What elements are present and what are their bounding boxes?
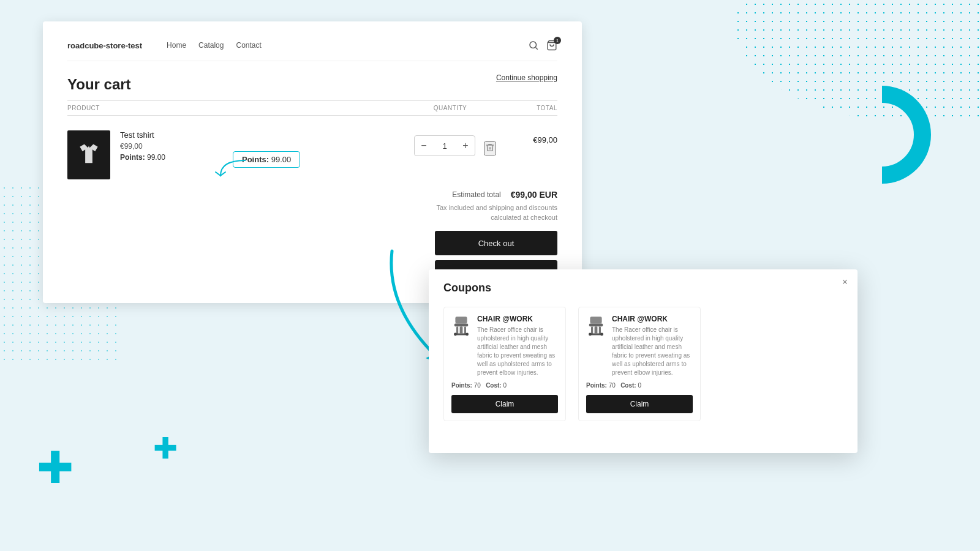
tooltip-value: 99.00 — [271, 155, 292, 164]
quantity-controls: − 1 + — [414, 135, 475, 156]
nav-contact[interactable]: Contact — [236, 41, 261, 50]
quantity-increase-button[interactable]: + — [456, 136, 475, 156]
svg-rect-5 — [454, 323, 468, 326]
nav-home[interactable]: Home — [167, 41, 186, 50]
continue-shopping-link[interactable]: Continue shopping — [496, 73, 557, 82]
coupon-points-value-2: 70 — [609, 382, 616, 389]
coupon-meta-1: Points: 70 Cost: 0 — [451, 382, 558, 389]
svg-point-10 — [454, 333, 457, 336]
coupon-cost-value-2: 0 — [638, 382, 641, 389]
nav-icons: 1 — [528, 40, 557, 51]
svg-rect-14 — [591, 326, 593, 334]
chair-icon-2 — [586, 315, 606, 339]
svg-rect-6 — [456, 326, 458, 334]
bg-dots-top-right — [674, 0, 980, 122]
col-total-header: TOTAL — [496, 105, 557, 111]
coupon-title-1: CHAIR @WORK — [477, 315, 558, 323]
coupon-card-2: CHAIR @WORK The Racer office chair is up… — [578, 307, 701, 421]
svg-rect-9 — [460, 326, 463, 334]
modal-close-button[interactable]: × — [842, 277, 848, 288]
svg-point-18 — [589, 333, 592, 336]
coupon-desc-1: The Racer office chair is upholstered in… — [477, 326, 558, 377]
quantity-value: 1 — [433, 141, 456, 151]
coupon-cost-label-1: Cost: — [486, 382, 502, 389]
tshirt-icon — [75, 141, 102, 168]
estimated-total-row: Estimated total €99,00 EUR — [410, 190, 557, 200]
product-name: Test tshirt — [120, 130, 377, 140]
claim-button-1[interactable]: Claim — [451, 395, 558, 413]
svg-rect-15 — [599, 326, 601, 334]
coupon-header-1: CHAIR @WORK The Racer office chair is up… — [451, 315, 558, 377]
coupon-info-2: CHAIR @WORK The Racer office chair is up… — [612, 315, 693, 377]
checkout-button[interactable]: Check out — [435, 231, 557, 255]
coupon-card-1: CHAIR @WORK The Racer office chair is up… — [443, 307, 566, 421]
points-arrow-svg — [214, 157, 251, 182]
nav-links: Home Catalog Contact — [167, 41, 528, 50]
chair-icon-1 — [451, 315, 471, 339]
delete-item-button[interactable] — [484, 141, 496, 156]
col-product-header: PRODUCT — [67, 105, 404, 111]
svg-rect-12 — [590, 317, 601, 323]
nav-bar: roadcube-store-test Home Catalog Contact… — [67, 40, 557, 61]
coupon-header-2: CHAIR @WORK The Racer office chair is up… — [586, 315, 693, 377]
coupons-grid: CHAIR @WORK The Racer office chair is up… — [443, 307, 843, 421]
svg-rect-17 — [595, 326, 598, 334]
coupon-points-value-1: 70 — [474, 382, 481, 389]
coupon-meta-2: Points: 70 Cost: 0 — [586, 382, 693, 389]
coupon-title-2: CHAIR @WORK — [612, 315, 693, 323]
coupon-cost-value-1: 0 — [503, 382, 507, 389]
cart-icon[interactable]: 1 — [546, 40, 557, 51]
svg-rect-7 — [464, 326, 466, 334]
svg-point-11 — [466, 333, 469, 336]
coupons-modal: × Coupons CHAIR @WORK The Racer office c… — [429, 269, 858, 453]
cart-badge: 1 — [554, 37, 561, 44]
points-label: Points: — [120, 153, 145, 162]
coupon-points-label-2: Points: — [586, 382, 607, 389]
svg-line-1 — [535, 47, 537, 49]
search-icon[interactable] — [528, 40, 539, 51]
svg-point-0 — [530, 42, 537, 48]
quantity-decrease-button[interactable]: − — [415, 136, 433, 156]
bg-cross-large: ✚ — [37, 446, 74, 490]
tax-note: Tax included and shipping and discounts … — [410, 203, 557, 222]
estimated-label: Estimated total — [452, 190, 500, 199]
product-price: €99,00 — [120, 142, 377, 151]
product-image — [67, 130, 110, 179]
coupon-info-1: CHAIR @WORK The Racer office chair is up… — [477, 315, 558, 377]
nav-catalog[interactable]: Catalog — [198, 41, 224, 50]
coupon-desc-2: The Racer office chair is upholstered in… — [612, 326, 693, 377]
cart-title: Your cart — [67, 76, 557, 93]
col-quantity-header: QUANTITY — [404, 105, 496, 111]
coupon-points-label-1: Points: — [451, 382, 472, 389]
estimated-value: €99,00 EUR — [511, 190, 557, 200]
bg-cross-small: ✚ — [153, 431, 178, 465]
coupon-cost-label-2: Cost: — [620, 382, 636, 389]
cart-table-header: PRODUCT QUANTITY TOTAL — [67, 100, 557, 116]
points-value: 99.00 — [147, 153, 165, 162]
item-total: €99,00 — [496, 135, 557, 144]
trash-icon — [485, 143, 495, 152]
claim-button-2[interactable]: Claim — [586, 395, 693, 413]
svg-rect-13 — [589, 323, 603, 326]
modal-title: Coupons — [443, 282, 843, 294]
cart-item: Test tshirt €99,00 Points: 99.00 Points:… — [67, 121, 557, 189]
cart-window: roadcube-store-test Home Catalog Contact… — [43, 21, 582, 303]
svg-point-19 — [600, 333, 603, 336]
svg-rect-4 — [455, 317, 467, 323]
points-tooltip-wrapper: Points: 99.00 — [233, 151, 300, 168]
store-name: roadcube-store-test — [67, 41, 142, 50]
